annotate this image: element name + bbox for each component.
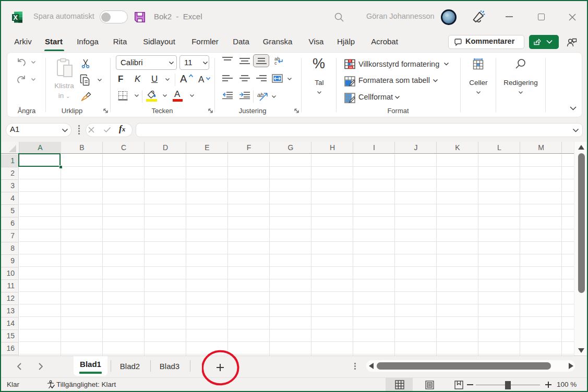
svg-text:c: c: [274, 60, 277, 66]
svg-text:X: X: [14, 14, 18, 21]
svg-text:ab: ab: [257, 92, 263, 98]
